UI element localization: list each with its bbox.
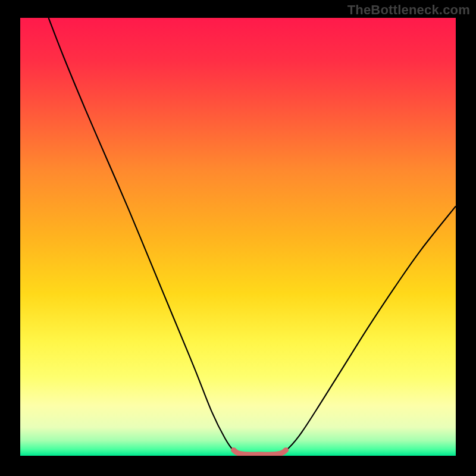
bottleneck-curve <box>49 18 456 455</box>
watermark-text: TheBottleneck.com <box>347 2 470 18</box>
plot-area <box>20 18 456 456</box>
chart-frame: TheBottleneck.com <box>0 0 476 476</box>
sweet-zone-marker <box>234 450 286 455</box>
curve-layer <box>20 18 456 456</box>
